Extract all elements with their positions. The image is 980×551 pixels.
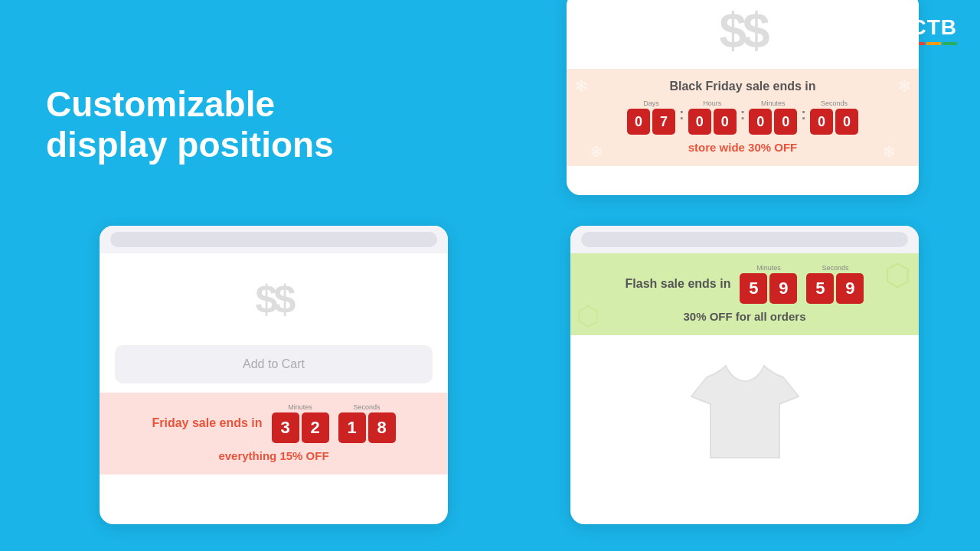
bottom-left-sale-row: Friday sale ends in Minutes 3 2 Seconds … bbox=[112, 403, 436, 443]
snowflake-icon: ❄ bbox=[574, 77, 588, 96]
top-right-countdown: Days 0 7 : Hours 0 0 : Minutes 0 bbox=[582, 99, 903, 135]
hex-decoration-icon: ⬡ bbox=[884, 257, 911, 292]
snowflake-icon: ❄ bbox=[590, 142, 603, 162]
bl-min-digit-0: 3 bbox=[272, 412, 299, 443]
minutes-label: Minutes bbox=[761, 99, 786, 107]
bottom-right-discount-text: 30% OFF for all orders bbox=[586, 310, 903, 323]
bl-minutes-group: Minutes 3 2 bbox=[272, 403, 329, 443]
bottom-left-dollar-sign: $$ bbox=[256, 276, 292, 322]
br-seconds-digits: 5 9 bbox=[806, 273, 864, 304]
bl-sec-digit-0: 1 bbox=[338, 412, 366, 443]
br-sec-digit-1: 9 bbox=[836, 273, 864, 304]
browser-search-bar bbox=[110, 232, 437, 247]
br-sec-digit-0: 5 bbox=[806, 273, 834, 304]
days-digits: 0 7 bbox=[627, 109, 675, 135]
day-digit-0: 0 bbox=[627, 109, 650, 135]
bl-seconds-digits: 1 8 bbox=[338, 412, 396, 443]
hour-digit-1: 0 bbox=[714, 109, 737, 135]
bottom-left-dollar-area: $$ bbox=[100, 253, 448, 345]
bottom-right-sale-text: Flash sale ends in bbox=[626, 277, 731, 291]
br-minutes-digits: 5 9 bbox=[740, 273, 797, 304]
day-digit-1: 7 bbox=[652, 109, 675, 135]
card-top-right: $$ ❄ ❄ ❄ ❄ Black Friday sale ends in Day… bbox=[567, 0, 919, 195]
top-right-banner: ❄ ❄ ❄ ❄ Black Friday sale ends in Days 0… bbox=[567, 69, 919, 166]
add-to-cart-button[interactable]: Add to Cart bbox=[115, 345, 433, 383]
br-minutes-group: Minutes 5 9 bbox=[740, 264, 797, 304]
bl-sec-digit-1: 8 bbox=[368, 412, 396, 443]
card-bottom-right: ⬡ ⬡ Flash sale ends in Minutes 5 9 Secon… bbox=[570, 226, 919, 524]
hex-decoration-icon: ⬡ bbox=[577, 301, 600, 331]
browser-bar-left bbox=[100, 226, 448, 253]
sec-digit-0: 0 bbox=[810, 109, 833, 135]
minutes-group: Minutes 0 0 bbox=[749, 99, 797, 135]
shirt-area bbox=[570, 335, 919, 481]
br-min-digit-0: 5 bbox=[740, 273, 767, 304]
shirt-icon bbox=[684, 354, 806, 469]
top-right-dollar-area: $$ bbox=[567, 0, 919, 69]
bottom-left-discount-text: everything 15% OFF bbox=[112, 449, 436, 462]
bottom-right-sale-row: Flash sale ends in Minutes 5 9 Seconds 5… bbox=[586, 264, 903, 304]
browser-search-bar-right bbox=[581, 232, 908, 247]
br-minutes-label: Minutes bbox=[756, 264, 781, 272]
bottom-right-banner: ⬡ ⬡ Flash sale ends in Minutes 5 9 Secon… bbox=[570, 253, 919, 335]
bottom-left-banner: Friday sale ends in Minutes 3 2 Seconds … bbox=[100, 393, 448, 474]
sec-digit-1: 0 bbox=[835, 109, 858, 135]
top-right-dollar-sign: $$ bbox=[719, 2, 766, 59]
br-min-digit-1: 9 bbox=[769, 273, 797, 304]
hours-group: Hours 0 0 bbox=[688, 99, 737, 135]
br-seconds-group: Seconds 5 9 bbox=[806, 264, 864, 304]
hour-digit-0: 0 bbox=[688, 109, 711, 135]
days-label: Days bbox=[643, 99, 659, 107]
bl-seconds-group: Seconds 1 8 bbox=[338, 403, 396, 443]
snowflake-icon: ❄ bbox=[897, 77, 911, 96]
bl-minutes-digits: 3 2 bbox=[272, 412, 329, 443]
hours-digits: 0 0 bbox=[688, 109, 737, 135]
seconds-group: Seconds 0 0 bbox=[810, 99, 858, 135]
top-right-discount-text: store wide 30% OFF bbox=[582, 141, 903, 154]
min-digit-1: 0 bbox=[774, 109, 797, 135]
hours-label: Hours bbox=[703, 99, 721, 107]
browser-bar-right bbox=[570, 226, 919, 253]
colon-sep: : bbox=[740, 106, 746, 129]
min-digit-0: 0 bbox=[749, 109, 772, 135]
bottom-left-sale-text: Friday sale ends in bbox=[152, 416, 262, 430]
colon-sep: : bbox=[801, 106, 806, 129]
bl-minutes-label: Minutes bbox=[288, 403, 312, 411]
bl-min-digit-1: 2 bbox=[302, 412, 329, 443]
minutes-digits: 0 0 bbox=[749, 109, 797, 135]
heading-line2: display positions bbox=[46, 125, 334, 165]
colon-sep: : bbox=[679, 106, 684, 129]
card-bottom-left: $$ Add to Cart Friday sale ends in Minut… bbox=[100, 226, 448, 524]
top-right-sale-text: Black Friday sale ends in bbox=[582, 80, 903, 93]
br-seconds-label: Seconds bbox=[822, 264, 848, 272]
snowflake-icon: ❄ bbox=[882, 142, 896, 162]
bl-seconds-label: Seconds bbox=[354, 403, 381, 411]
days-group: Days 0 7 bbox=[627, 99, 675, 135]
seconds-label: Seconds bbox=[821, 99, 848, 107]
seconds-digits: 0 0 bbox=[810, 109, 858, 135]
heading-line1: Customizable bbox=[46, 84, 334, 125]
main-heading: Customizable display positions bbox=[46, 84, 334, 165]
